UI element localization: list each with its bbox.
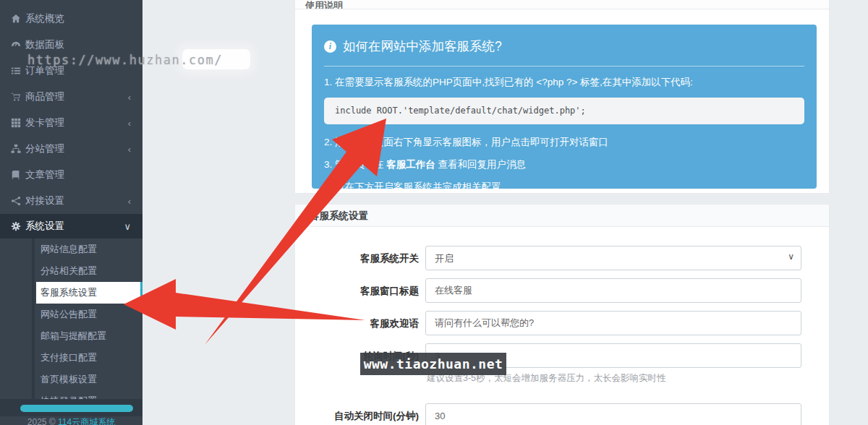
info-step-3: 3. 管理员可在 客服工作台 查看和回复用户消息: [324, 158, 804, 171]
chevron-down-icon: ∨: [124, 221, 131, 232]
sidebar-item-label: 商品管理: [25, 90, 128, 103]
share-icon: [10, 196, 21, 207]
chevron-left-icon: ‹: [128, 92, 131, 103]
sidebar-item-label: 系统概览: [25, 12, 131, 25]
info-step-1: 1. 在需要显示客服系统的PHP页面中,找到已有的 <?php ?> 标签,在其…: [324, 76, 804, 89]
customer-service-settings-panel: 客服系统设置 客服系统开关 开启 ∨ 客服窗口标题 客服欢迎语: [294, 204, 830, 425]
workbench-link[interactable]: 客服工作台: [386, 159, 435, 170]
submenu-item-home-template[interactable]: 首页模板设置: [0, 369, 142, 390]
sidebar-item-label: 对接设置: [25, 194, 128, 207]
gear-icon: [10, 221, 21, 232]
chevron-left-icon: ‹: [128, 196, 131, 207]
sidebar-item-substation-management[interactable]: 分站管理 ‹: [0, 136, 142, 162]
sitemap-icon: [10, 144, 21, 155]
sidebar-scrollbar-track: [0, 399, 142, 416]
step3-text: 3. 管理员可在: [324, 159, 386, 170]
sidebar-scrollbar-thumb[interactable]: [20, 405, 133, 412]
chevron-left-icon: ‹: [128, 118, 131, 129]
php-include-code-block: include ROOT.'template/default/chat/widg…: [324, 98, 804, 124]
form-row-poll-interval: 轮询时间(秒) 建议设置3-5秒，太短会增加服务器压力，太长会影响实时性: [295, 343, 829, 385]
form-row-switch: 客服系统开关 开启 ∨: [295, 246, 829, 270]
sidebar: 系统概览 数据面板 订单管理 商品管理 ‹ 发卡管理 ‹ 分站管理 ‹: [0, 0, 142, 425]
info-step-4: 4. 请在下方开启客服系统并完成相关配置: [324, 181, 804, 194]
footer-brand-link[interactable]: 114云商城系统: [58, 417, 115, 425]
usage-panel-header: 使用说明: [295, 0, 829, 9]
sidebar-footer: 2025 © 114云商城系统: [0, 416, 142, 425]
auto-close-time-input[interactable]: [425, 403, 801, 425]
settings-form: 客服系统开关 开启 ∨ 客服窗口标题 客服欢迎语 轮询: [295, 227, 829, 425]
info-step-2: 2. 添加后，页面右下角显示客服图标，用户点击即可打开对话窗口: [324, 136, 804, 149]
sidebar-item-label: 系统设置: [25, 220, 124, 233]
info-divider: [324, 66, 804, 66]
cart-icon: [10, 92, 21, 103]
book-icon: [10, 170, 21, 181]
system-settings-submenu: 网站信息配置 分站相关配置 客服系统设置 网站公告配置 邮箱与提醒配置 支付接口…: [0, 239, 142, 412]
poll-interval-help-text: 建议设置3-5秒，太短会增加服务器压力，太长会影响实时性: [427, 372, 801, 385]
form-row-welcome: 客服欢迎语: [295, 311, 829, 335]
settings-panel-header: 客服系统设置: [295, 205, 829, 227]
field-label: 客服窗口标题: [295, 278, 419, 303]
submenu-item-mail-reminder[interactable]: 邮箱与提醒配置: [0, 325, 142, 347]
sidebar-item-label: 文章管理: [25, 168, 131, 181]
welcome-message-input[interactable]: [425, 311, 801, 335]
field-label: 轮询时间(秒): [295, 343, 419, 385]
list-icon: [10, 66, 21, 77]
customer-service-switch-select[interactable]: 开启: [425, 246, 801, 270]
chevron-left-icon: ‹: [128, 144, 131, 155]
submenu-item-site-announcement[interactable]: 网站公告配置: [0, 304, 142, 325]
sidebar-item-product-management[interactable]: 商品管理 ‹: [0, 84, 142, 110]
info-box: i 如何在网站中添加客服系统? 1. 在需要显示客服系统的PHP页面中,找到已有…: [312, 25, 817, 189]
sidebar-item-label: 分站管理: [25, 142, 128, 155]
submenu-item-payment-interface[interactable]: 支付接口配置: [0, 347, 142, 369]
info-box-title: 如何在网站中添加客服系统?: [343, 38, 502, 55]
field-label: 客服系统开关: [295, 246, 419, 270]
dashboard-icon: [10, 40, 21, 51]
footer-year: 2025 ©: [27, 417, 56, 425]
sidebar-item-label: 数据面板: [25, 38, 131, 51]
poll-interval-input[interactable]: [425, 343, 801, 368]
home-icon: [10, 14, 21, 25]
sidebar-item-integration-settings[interactable]: 对接设置 ‹: [0, 188, 142, 214]
sidebar-item-card-management[interactable]: 发卡管理 ‹: [0, 110, 142, 136]
field-label: 自动关闭时间(分钟): [295, 403, 419, 425]
info-icon: i: [324, 40, 336, 53]
form-row-window-title: 客服窗口标题: [295, 278, 829, 303]
sidebar-item-order-management[interactable]: 订单管理: [0, 58, 142, 84]
usage-panel-title: 使用说明: [305, 0, 343, 9]
sidebar-item-system-overview[interactable]: 系统概览: [0, 6, 142, 32]
sidebar-item-data-dashboard[interactable]: 数据面板: [0, 32, 142, 58]
field-label: 客服欢迎语: [295, 311, 419, 335]
grid-icon: [10, 118, 21, 129]
sidebar-item-label: 发卡管理: [25, 116, 128, 129]
window-title-input[interactable]: [425, 278, 801, 303]
form-row-auto-close: 自动关闭时间(分钟): [295, 403, 829, 425]
info-box-title-row: i 如何在网站中添加客服系统?: [324, 38, 804, 55]
submenu-item-substation-config[interactable]: 分站相关配置: [0, 260, 142, 282]
step3-text: 查看和回复用户消息: [435, 159, 526, 170]
submenu-item-site-info[interactable]: 网站信息配置: [0, 239, 142, 260]
watermark-redaction-smudge: [182, 49, 250, 69]
submenu-item-customer-service-settings[interactable]: 客服系统设置: [36, 282, 142, 304]
sidebar-item-article-management[interactable]: 文章管理: [0, 162, 142, 188]
usage-instructions-panel: 使用说明 i 如何在网站中添加客服系统? 1. 在需要显示客服系统的PHP页面中…: [294, 0, 830, 194]
sidebar-item-label: 订单管理: [25, 64, 131, 77]
sidebar-item-system-settings[interactable]: 系统设置 ∨: [0, 214, 142, 239]
